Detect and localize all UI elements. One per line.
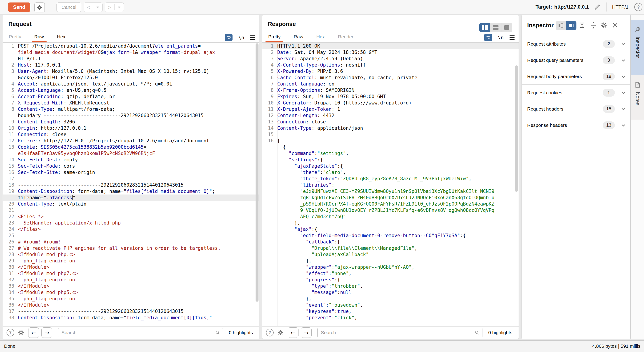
response-editor-line[interactable]: 14Content-Type: application/json — [262, 125, 518, 131]
editor-menu-icon[interactable] — [510, 35, 514, 40]
request-editor-line[interactable]: 28<IfModule mod_php.c> — [3, 251, 259, 258]
request-editor-line[interactable]: 8Content-Type: multipart/form-data; — [3, 106, 259, 112]
request-editor-line[interactable]: 1POST /Projects/drupal-10.2.6/media/add/… — [3, 43, 259, 49]
request-search-input[interactable] — [58, 328, 223, 337]
response-editor-line[interactable]: ], — [262, 258, 518, 264]
request-editor-line[interactable]: eIsHfaaETVr3av95yvbqQhzn0kom1P5wPcNSqB2V… — [3, 150, 259, 157]
request-editor-line[interactable]: 7X-Requested-With: XMLHttpRequest — [3, 100, 259, 106]
request-editor-line[interactable]: 19Content-Disposition: form-data; name="… — [3, 188, 259, 194]
inspector-section-request-body-parameters[interactable]: Request body parameters18 — [522, 68, 630, 85]
response-editor-line[interactable]: "command":"settings", — [262, 150, 518, 157]
response-editor-line[interactable]: "callback":[ — [262, 239, 518, 245]
request-editor-line[interactable]: 4Accept: application/json, text/javascri… — [3, 81, 259, 87]
request-editor-line[interactable]: 30</IfModule> — [3, 264, 259, 270]
scrollbar-thumb[interactable] — [256, 43, 258, 302]
collapse-all-button[interactable] — [590, 22, 597, 29]
response-editor-line[interactable]: "keypress":true, — [262, 308, 518, 315]
send-settings-button[interactable] — [34, 2, 45, 12]
request-editor-line[interactable]: boundary=---------------------------2921… — [3, 112, 259, 119]
response-editor-line[interactable]: { — [262, 144, 518, 150]
inspector-compact-view-button[interactable] — [556, 21, 566, 30]
request-editor-line[interactable]: 29 php_flag engine on — [3, 258, 259, 264]
request-editor-line[interactable]: 3User-Agent: Mozilla/5.0 (Macintosh; Int… — [3, 68, 259, 74]
scrollbar-thumb[interactable] — [515, 65, 518, 192]
http-version-selector[interactable]: HTTP/1 — [612, 4, 628, 10]
inspector-settings-button[interactable] — [600, 22, 607, 29]
search-help-icon[interactable]: ? — [6, 329, 14, 337]
response-editor-line[interactable]: "theme":"claro", — [262, 169, 518, 176]
sidebar-tab-inspector[interactable]: Inspector — [631, 20, 644, 75]
response-editor-line[interactable]: 9_VQqLf0-JjUEwn8U1ov0EY_rZPBLJ1Yc7KLFsfq… — [262, 207, 518, 213]
request-editor-line[interactable]: 2Host: 127.0.0.1 — [3, 62, 259, 68]
inspector-section-response-headers[interactable]: Response headers13 — [522, 117, 630, 133]
response-editor-line[interactable]: "edit-field-media-document-0-remove-butt… — [262, 232, 518, 239]
next-request-button[interactable]: > — [105, 2, 124, 12]
request-editor-line[interactable]: 16Sec-Fetch-Site: same-origin — [3, 169, 259, 176]
request-editor-line[interactable]: 15Sec-Fetch-Mode: cors — [3, 163, 259, 169]
help-icon[interactable]: ? — [634, 3, 642, 11]
tab-response-raw[interactable]: Raw — [294, 32, 303, 42]
tab-response-pretty[interactable]: Pretty — [268, 32, 281, 42]
search-next-button[interactable]: → — [301, 327, 312, 338]
columns-view-button[interactable] — [479, 23, 490, 32]
request-editor[interactable]: 1POST /Projects/drupal-10.2.6/media/add/… — [3, 43, 259, 327]
next-dropdown-icon[interactable] — [114, 6, 124, 8]
edit-target-icon[interactable] — [594, 3, 601, 10]
request-editor-line[interactable]: 22<Files *> — [3, 213, 259, 220]
single-view-button[interactable] — [501, 23, 512, 32]
response-editor-line[interactable]: 4X-Content-Type-Options: nosniff — [262, 62, 518, 68]
request-editor-line[interactable]: 34<IfModule mod_php5.c> — [3, 289, 259, 296]
response-editor-line[interactable]: AFQ_c7md3shm7bQ" — [262, 213, 518, 220]
response-editor-line[interactable]: 5X-Powered-By: PHP/8.3.6 — [262, 68, 518, 74]
request-editor-line[interactable]: 5Accept-Language: en-US,en;q=0.5 — [3, 87, 259, 93]
inspector-section-request-cookies[interactable]: Request cookies1 — [522, 85, 630, 101]
request-editor-line[interactable]: 21 — [3, 207, 259, 213]
request-editor-line[interactable]: 32 php_flag engine on — [3, 277, 259, 283]
request-editor-line[interactable]: filename=".htaccess" — [3, 194, 259, 201]
response-editor-line[interactable]: "prevent":"click", — [262, 315, 518, 321]
search-previous-button[interactable]: ← — [288, 327, 298, 338]
expand-all-button[interactable] — [579, 22, 586, 29]
show-newlines-toggle[interactable]: \n — [498, 35, 504, 40]
request-editor-line[interactable]: 38Content-Disposition: form-data; name="… — [3, 315, 259, 321]
response-editor-line[interactable]: "uploadAjaxCallback" — [262, 251, 518, 258]
response-editor-line[interactable]: 16[ — [262, 138, 518, 144]
tab-request-hex[interactable]: Hex — [57, 32, 65, 42]
tab-response-render[interactable]: Render — [338, 32, 354, 42]
sidebar-tab-notes[interactable]: Notes — [631, 75, 644, 120]
request-editor-line[interactable]: 35 php_flag engine on — [3, 296, 259, 302]
editor-menu-icon[interactable] — [250, 35, 255, 40]
response-editor-line[interactable]: "message":null — [262, 289, 518, 296]
request-editor-line[interactable]: 12Referer: http://127.0.0.1/Projects/dru… — [3, 138, 259, 144]
inspector-section-request-attributes[interactable]: Request attributes2 — [522, 36, 630, 52]
request-editor-line[interactable]: HTTP/1.1 — [3, 55, 259, 62]
tab-request-pretty[interactable]: Pretty — [9, 32, 21, 42]
request-editor-line[interactable]: 23 SetHandler application/x-httpd-php — [3, 220, 259, 226]
request-editor-line[interactable]: 36</IfModule> — [3, 302, 259, 308]
request-editor-line[interactable]: 20Content-Type: text/plain — [3, 201, 259, 207]
request-editor-line[interactable]: 18-----------------------------292129206… — [3, 182, 259, 188]
request-editor-line[interactable]: 14Sec-Fetch-Dest: empty — [3, 157, 259, 163]
request-editor-line[interactable]: 25 — [3, 232, 259, 239]
inspector-expanded-view-button[interactable] — [566, 21, 576, 30]
request-editor-line[interactable]: Gecko/20100101 Firefox/125.0 — [3, 74, 259, 81]
response-editor-line[interactable]: "theme_token":"ZQDBULqR8_eypZ8eA78_8azcT… — [262, 176, 518, 182]
response-search-input[interactable] — [318, 328, 482, 337]
response-editor-line[interactable]: "ajaxPageState":{ — [262, 163, 518, 169]
tab-response-hex[interactable]: Hex — [316, 32, 325, 42]
request-editor-line[interactable]: 27# We reactivate PHP engines for all ve… — [3, 245, 259, 251]
request-editor-line[interactable]: 24</Files> — [3, 226, 259, 232]
search-settings-icon[interactable] — [18, 330, 24, 336]
request-scrollbar[interactable] — [256, 43, 258, 326]
response-editor-line[interactable]: }, — [262, 220, 518, 226]
response-editor-line[interactable]: 7Content-language: en — [262, 81, 518, 87]
response-editor-line[interactable]: "progress":{ — [262, 277, 518, 283]
response-editor-line[interactable]: 3Server: Apache/2.4.59 (Debian) — [262, 55, 518, 62]
inspector-close-button[interactable] — [612, 22, 618, 29]
response-scrollbar[interactable] — [515, 43, 518, 326]
search-settings-icon[interactable] — [277, 330, 284, 336]
rows-view-button[interactable] — [490, 23, 501, 32]
response-editor-line[interactable]: "ajax":{ — [262, 226, 518, 232]
request-editor-line[interactable]: 11Connection: close — [3, 131, 259, 138]
response-editor-line[interactable]: zqRlkgDdlcFWZoISJP8-ZM40dBBQoOrbX7DYsLJ2… — [262, 194, 518, 201]
